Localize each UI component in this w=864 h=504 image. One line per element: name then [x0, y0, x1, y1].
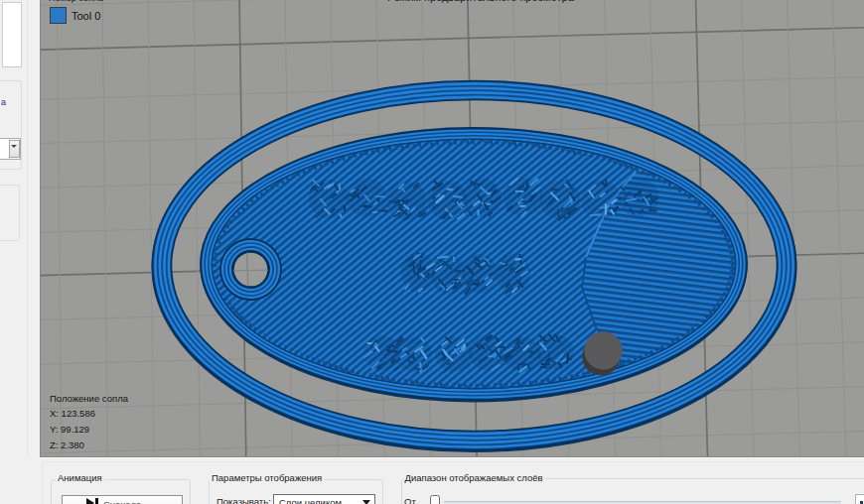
- svg-text:Положение сопла: Положение сопла: [50, 393, 129, 404]
- svg-text:X: 123.586: X: 123.586: [50, 408, 95, 419]
- svg-text:Z: 2.380: Z: 2.380: [50, 440, 84, 450]
- svg-text:Tool 0: Tool 0: [72, 10, 100, 22]
- svg-text:Режим предварительного просмот: Режим предварительного просмотра: [387, 0, 575, 3]
- svg-text:Y: 99.129: Y: 99.129: [50, 424, 89, 435]
- svg-text:Номер сопла: Номер сопла: [49, 0, 103, 3]
